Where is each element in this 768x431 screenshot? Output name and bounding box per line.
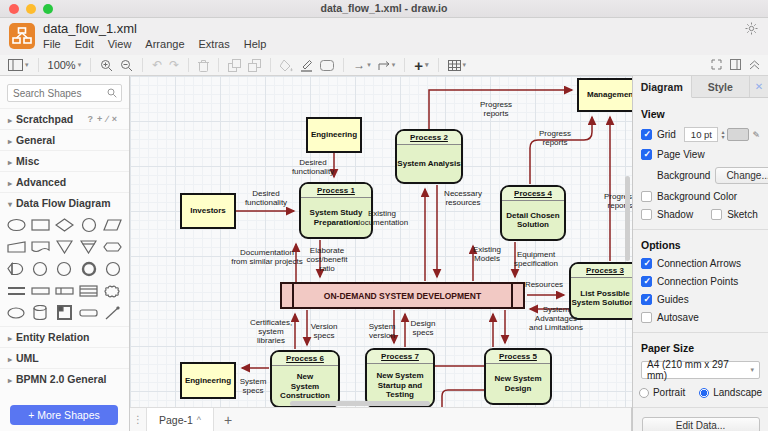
- shape-parallelogram[interactable]: [101, 216, 125, 233]
- pages-menu-icon[interactable]: ⋮: [130, 408, 146, 431]
- collapse-icon[interactable]: [749, 59, 760, 72]
- shape-hexagon[interactable]: [101, 238, 125, 255]
- shape-circle-4[interactable]: [101, 260, 125, 277]
- shape-line[interactable]: [101, 304, 125, 321]
- connector-p4-to-management[interactable]: [530, 117, 592, 184]
- shape-divided-rect[interactable]: [52, 282, 76, 299]
- sketch-checkbox[interactable]: [711, 209, 722, 220]
- scratchpad-close-icon[interactable]: ×: [112, 114, 121, 124]
- shape-flat-rect[interactable]: [28, 282, 52, 299]
- redo-button[interactable]: ↷: [169, 58, 179, 72]
- theme-toggle-icon[interactable]: [745, 22, 758, 37]
- shape-ellipse-small[interactable]: [4, 304, 28, 321]
- change-background-button[interactable]: Change...: [715, 167, 768, 184]
- external-engineering-bottom[interactable]: Engineering: [180, 362, 236, 399]
- on-demand-system-development-bar[interactable]: ON-DEMAND SYSTEM DEVELOPMENT: [280, 282, 525, 309]
- scratchpad-help-icon[interactable]: ?: [87, 114, 97, 124]
- to-back-button[interactable]: [248, 59, 261, 72]
- table-button[interactable]: ▾: [448, 60, 467, 71]
- menu-view[interactable]: View: [108, 38, 132, 50]
- sidebar-section-bpmn[interactable]: ▸BPMN 2.0 General: [0, 368, 129, 389]
- fill-color-button[interactable]: [280, 59, 293, 72]
- shape-triangle-down[interactable]: [52, 238, 76, 255]
- add-page-button[interactable]: +: [214, 408, 242, 431]
- shape-cloud[interactable]: [101, 282, 125, 299]
- page-tab-1[interactable]: Page-1^: [146, 408, 214, 431]
- line-color-button[interactable]: [300, 59, 313, 72]
- edit-data-button[interactable]: Edit Data...: [642, 417, 760, 431]
- grid-size-stepper[interactable]: ▴▾: [721, 130, 724, 140]
- zoom-in-button[interactable]: [100, 59, 113, 72]
- sidebar-section-misc[interactable]: ▸Misc: [0, 150, 129, 171]
- portrait-radio[interactable]: [639, 388, 649, 398]
- shape-rounded-rect[interactable]: [77, 304, 101, 321]
- process-5[interactable]: Process 5 New System Design: [484, 348, 552, 405]
- insert-button[interactable]: +▾: [414, 57, 428, 74]
- shape-ellipse[interactable]: [4, 216, 28, 233]
- grid-size-input[interactable]: 10 pt: [684, 127, 718, 142]
- search-input[interactable]: [13, 86, 113, 100]
- shape-note-selected[interactable]: [52, 304, 76, 321]
- shape-circle-3[interactable]: [52, 260, 76, 277]
- grid-checkbox[interactable]: [641, 129, 652, 140]
- zoom-out-button[interactable]: [120, 59, 133, 72]
- grid-color-swatch[interactable]: [727, 128, 749, 141]
- sidebar-section-advanced[interactable]: ▸Advanced: [0, 171, 129, 192]
- menu-arrange[interactable]: Arrange: [145, 38, 184, 50]
- shape-or-gate[interactable]: [4, 260, 28, 277]
- view-panels-button[interactable]: ▾: [8, 59, 29, 71]
- zoom-level-dropdown[interactable]: 100%▾: [48, 59, 82, 71]
- connection-style-button[interactable]: →▾: [353, 58, 371, 72]
- sidebar-section-data-flow-diagram[interactable]: ▾Data Flow Diagram: [0, 192, 129, 213]
- connector-p5-loop[interactable]: [442, 390, 484, 407]
- fullscreen-icon[interactable]: [711, 59, 722, 72]
- external-management[interactable]: Management: [577, 78, 632, 112]
- edit-pencil-icon[interactable]: ✎: [752, 130, 760, 140]
- to-front-button[interactable]: [228, 59, 241, 72]
- shape-rectangle[interactable]: [28, 216, 52, 233]
- shape-banded-rect[interactable]: [77, 282, 101, 299]
- menu-extras[interactable]: Extras: [199, 38, 230, 50]
- menu-help[interactable]: Help: [244, 38, 267, 50]
- diagram-canvas[interactable]: Engineering Investors Management Enginee…: [130, 76, 632, 407]
- sidebar-section-scratchpad[interactable]: ▸Scratchpad ?+∕×: [0, 108, 129, 129]
- menu-file[interactable]: File: [43, 38, 61, 50]
- canvas-horizontal-scrollbar[interactable]: [290, 401, 430, 406]
- sidebar-section-uml[interactable]: ▸UML: [0, 347, 129, 368]
- shape-circle-bold[interactable]: [77, 260, 101, 277]
- landscape-radio[interactable]: [699, 388, 709, 398]
- shape-document[interactable]: [28, 238, 52, 255]
- process-7[interactable]: Process 7 New System Startup and Testing: [365, 348, 435, 407]
- undo-button[interactable]: ↶: [152, 58, 162, 72]
- panel-close-icon[interactable]: ✕: [750, 76, 768, 97]
- shape-diamond[interactable]: [52, 216, 76, 233]
- shadow-checkbox[interactable]: [641, 209, 652, 220]
- shape-parallel-lines[interactable]: [4, 282, 28, 299]
- background-color-checkbox[interactable]: [641, 191, 652, 202]
- process-2[interactable]: Process 2 System Analysis: [395, 129, 463, 184]
- sidebar-section-entity-relation[interactable]: ▸Entity Relation: [0, 326, 129, 347]
- shape-cylinder[interactable]: [28, 304, 52, 321]
- guides-checkbox[interactable]: [641, 294, 652, 305]
- menu-edit[interactable]: Edit: [75, 38, 94, 50]
- canvas-vertical-scrollbar[interactable]: [625, 176, 630, 261]
- shape-circle-2[interactable]: [28, 260, 52, 277]
- process-6[interactable]: Process 6 New System Construction: [270, 350, 340, 407]
- page-view-checkbox[interactable]: [641, 149, 652, 160]
- connection-points-checkbox[interactable]: [641, 276, 652, 287]
- more-shapes-button[interactable]: + More Shapes: [10, 405, 118, 425]
- external-engineering-top[interactable]: Engineering: [306, 117, 362, 153]
- delete-button[interactable]: [198, 59, 209, 72]
- external-investors[interactable]: Investors: [180, 193, 236, 229]
- scratchpad-add-icon[interactable]: +: [97, 114, 106, 124]
- autosave-checkbox[interactable]: [641, 312, 652, 323]
- shape-style-button[interactable]: [320, 60, 334, 71]
- process-4[interactable]: Process 4 Detail Chosen Solution: [500, 185, 566, 241]
- tab-style[interactable]: Style: [692, 76, 751, 97]
- connection-arrows-checkbox[interactable]: [641, 258, 652, 269]
- shape-circle[interactable]: [77, 216, 101, 233]
- shape-manual-operation[interactable]: [4, 238, 28, 255]
- tab-diagram[interactable]: Diagram: [633, 76, 692, 98]
- waypoint-style-button[interactable]: ▾: [378, 60, 396, 71]
- sidebar-section-general[interactable]: ▸General: [0, 129, 129, 150]
